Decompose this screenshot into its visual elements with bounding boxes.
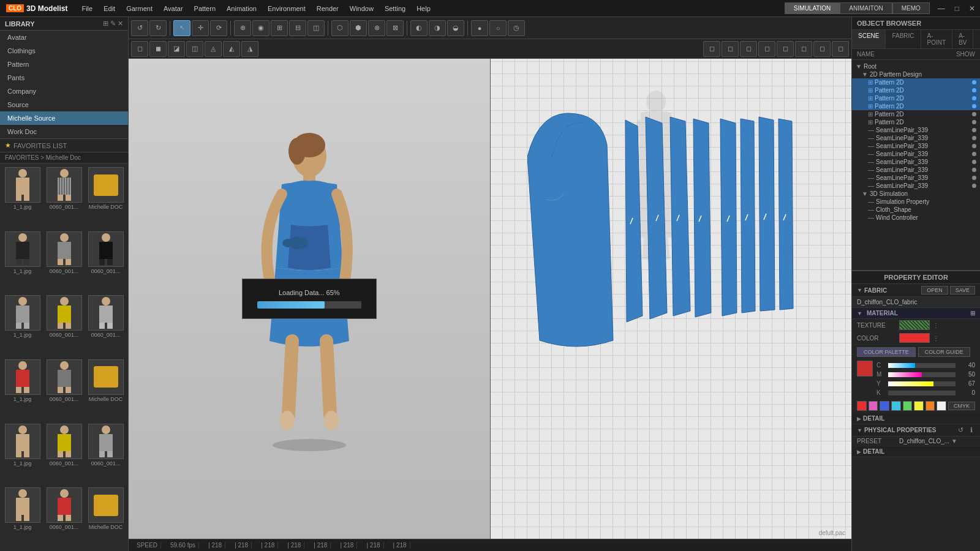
tree-pattern-2d-4[interactable]: ⊞ Pattern 2D [852,102,980,110]
menu-window[interactable]: Window [345,4,379,13]
collapse-icon[interactable]: ▼ [857,287,862,293]
tree-seam-7[interactable]: — SeamLinePair_339 [852,174,980,182]
tree-pattern-2d-1[interactable]: ⊞ Pattern 2D [852,78,980,86]
tree-seam-3[interactable]: — SeamLinePair_339 [852,142,980,150]
tree-visibility-dot[interactable] [972,120,976,124]
thumb-item[interactable]: 1_1.jpg [2,166,42,228]
tab-memo[interactable]: MEMO [892,2,930,14]
thumb-item[interactable]: 0060_001... [86,422,126,485]
color-palette-button[interactable]: COLOR PALETTE [857,347,916,357]
tree-visibility-dot[interactable] [972,184,976,188]
minimize-button[interactable]: — [933,4,950,13]
redo-button[interactable]: ↻ [149,20,167,36]
tb2r-btn3[interactable]: ◻ [740,41,757,57]
menu-edit[interactable]: Edit [99,4,120,13]
tree-visibility-dot[interactable] [972,176,976,180]
tool4[interactable]: ◉ [252,20,270,36]
thumb-item[interactable]: 1_1.jpg [2,358,42,421]
thumb-item[interactable]: 1_1.jpg [2,486,42,549]
nav-company[interactable]: Company [0,84,128,98]
cmyk-y-bar-bg[interactable] [888,381,956,386]
thumb-item[interactable]: 1_1.jpg [2,294,42,356]
tool13[interactable]: ◑ [429,20,446,36]
tb2-btn6[interactable]: ◭ [223,41,240,57]
tool8[interactable]: ⬡ [331,20,349,36]
move-tool[interactable]: ✛ [192,20,209,36]
tab-fabric[interactable]: FABRIC [886,30,921,48]
tool12[interactable]: ◐ [410,20,428,36]
2d-viewport[interactable]: defult.pac [491,59,852,539]
undo-button[interactable]: ↺ [131,20,148,36]
texture-options-icon[interactable]: ⋮ [933,322,939,329]
tree-pattern-2d-3[interactable]: ⊞ Pattern 2D [852,94,980,102]
menu-pattern[interactable]: Pattern [189,4,221,13]
tool7[interactable]: ◫ [307,20,325,36]
thumb-item[interactable]: 0060_001... [44,486,84,549]
swatch-yellow[interactable] [914,401,924,411]
cmyk-k-bar-bg[interactable] [888,391,956,395]
thumb-item[interactable]: 1_1.jpg [2,230,42,293]
detail-collapse-icon[interactable]: ▶ [857,416,861,422]
tool16[interactable]: ○ [489,20,507,36]
nav-work-doc[interactable]: Work Doc [0,125,128,138]
physical-detail-icon[interactable]: ▶ [857,449,861,455]
maximize-button[interactable]: □ [950,4,964,13]
material-expand-icon[interactable]: ⊞ [970,310,975,317]
large-color-swatch[interactable] [857,361,873,377]
tree-visibility-dot[interactable] [972,88,976,92]
tb2r-btn6[interactable]: ◻ [795,41,812,57]
tool3[interactable]: ⊕ [234,20,251,36]
close-button[interactable]: ✕ [964,4,980,13]
thumb-item[interactable]: 0060_001... [86,230,126,293]
tree-visibility-dot[interactable] [972,168,976,172]
thumb-item[interactable]: Michelle DOC [86,166,126,228]
rotate-tool[interactable]: ⟳ [210,20,227,36]
tree-pattern-2d-5[interactable]: ⊞ Pattern 2D [852,110,980,118]
tree-seam-4[interactable]: — SeamLinePair_339 [852,150,980,158]
thumb-item[interactable]: 0060_001... [86,294,126,356]
swatch-cyan[interactable] [891,401,901,411]
tool9[interactable]: ⬢ [350,20,367,36]
tool6[interactable]: ⊟ [289,20,306,36]
tree-visibility-dot[interactable] [972,160,976,164]
save-button[interactable]: SAVE [950,286,975,294]
nav-source[interactable]: Source [0,98,128,111]
library-icon-1[interactable]: ⊞ [103,20,108,28]
color-swatch[interactable] [899,333,930,343]
tree-wind[interactable]: — Wind Controller [852,214,980,222]
library-icon-3[interactable]: ✕ [118,20,123,28]
tree-seam-8[interactable]: — SeamLinePair_339 [852,182,980,190]
tb2-btn7[interactable]: ◮ [241,41,258,57]
menu-render[interactable]: Render [312,4,344,13]
tab-abv[interactable]: A-BV [952,30,973,48]
tree-visibility-dot[interactable] [972,136,976,140]
library-icon-2[interactable]: ✎ [110,20,116,28]
tree-visibility-dot[interactable] [972,80,976,84]
nav-pattern[interactable]: Pattern [0,58,128,71]
tool15[interactable]: ● [471,20,488,36]
tool5[interactable]: ⊞ [271,20,288,36]
thumb-item[interactable]: 1_1.jpg [2,422,42,485]
nav-avatar[interactable]: Avatar [0,31,128,44]
tree-2d-design[interactable]: ▼ 2D Parttern Design [852,70,980,78]
tree-pattern-2d-2[interactable]: ⊞ Pattern 2D [852,86,980,94]
menu-setting[interactable]: Setting [380,4,410,13]
cmyk-m-bar-bg[interactable] [888,372,956,377]
cmyk-button[interactable]: CMYK [948,402,975,410]
show-button[interactable]: SHOW [956,51,975,58]
menu-animation[interactable]: Animation [222,4,262,13]
tree-seam-6[interactable]: — SeamLinePair_339 [852,166,980,174]
tree-visibility-dot[interactable] [972,104,976,108]
tree-3d-sim[interactable]: ▼ 3D Simulation [852,190,980,198]
tree-pattern-2d-6[interactable]: ⊞ Pattern 2D [852,118,980,126]
tool11[interactable]: ⊠ [386,20,404,36]
3d-viewport[interactable]: Loading Data... 65% [129,59,491,539]
tree-visibility-dot[interactable] [972,128,976,132]
tb2r-btn4[interactable]: ◻ [758,41,775,57]
tree-cloth-shape[interactable]: — Cloth_Shape [852,206,980,214]
menu-file[interactable]: File [77,4,97,13]
color-guide-button[interactable]: COLOR GUIDE [918,347,970,357]
menu-environment[interactable]: Environment [263,4,311,13]
tool17[interactable]: ◷ [508,20,525,36]
physical-info-icon[interactable]: ℹ [968,426,975,434]
